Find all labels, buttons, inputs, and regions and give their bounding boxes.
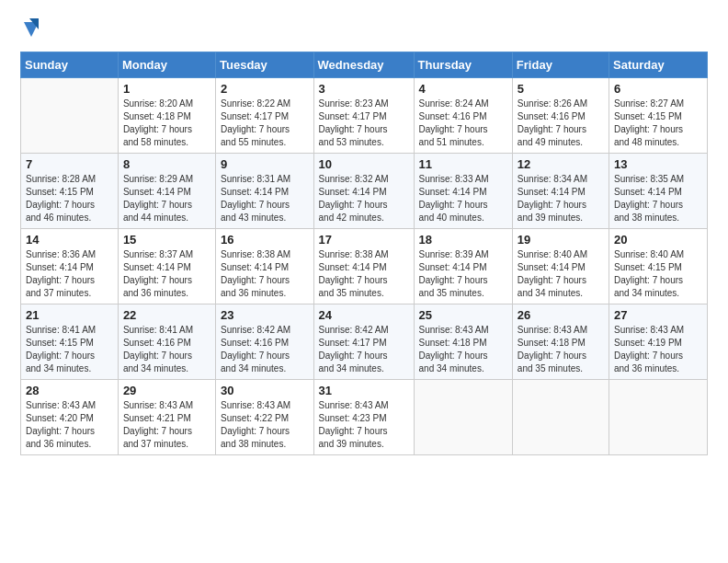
calendar-cell: 21Sunrise: 8:41 AM Sunset: 4:15 PM Dayli… (21, 304, 119, 380)
day-info: Sunrise: 8:26 AM Sunset: 4:16 PM Dayligh… (518, 98, 604, 149)
logo-icon (22, 17, 40, 42)
calendar-cell: 9Sunrise: 8:31 AM Sunset: 4:14 PM Daylig… (216, 154, 313, 229)
day-number: 3 (319, 82, 409, 96)
day-info: Sunrise: 8:35 AM Sunset: 4:14 PM Dayligh… (614, 173, 702, 224)
day-info: Sunrise: 8:43 AM Sunset: 4:19 PM Dayligh… (614, 324, 702, 375)
day-number: 17 (319, 233, 409, 247)
day-number: 14 (26, 233, 113, 247)
calendar-cell: 6Sunrise: 8:27 AM Sunset: 4:15 PM Daylig… (609, 78, 707, 154)
calendar-cell: 17Sunrise: 8:38 AM Sunset: 4:14 PM Dayli… (313, 229, 414, 304)
calendar-cell: 14Sunrise: 8:36 AM Sunset: 4:14 PM Dayli… (21, 229, 119, 304)
calendar-cell: 23Sunrise: 8:42 AM Sunset: 4:16 PM Dayli… (216, 304, 313, 380)
calendar-cell: 22Sunrise: 8:41 AM Sunset: 4:16 PM Dayli… (118, 304, 215, 380)
day-number: 25 (419, 308, 507, 322)
calendar-cell: 25Sunrise: 8:43 AM Sunset: 4:18 PM Dayli… (414, 304, 512, 380)
day-number: 31 (319, 384, 409, 397)
day-number: 4 (419, 82, 507, 96)
day-number: 18 (419, 233, 507, 247)
calendar-cell: 24Sunrise: 8:42 AM Sunset: 4:17 PM Dayli… (313, 304, 414, 380)
day-info: Sunrise: 8:41 AM Sunset: 4:16 PM Dayligh… (123, 324, 210, 375)
calendar-cell: 30Sunrise: 8:43 AM Sunset: 4:22 PM Dayli… (216, 380, 313, 455)
weekday-header-thursday: Thursday (414, 52, 512, 78)
day-info: Sunrise: 8:24 AM Sunset: 4:16 PM Dayligh… (419, 98, 507, 149)
day-info: Sunrise: 8:38 AM Sunset: 4:14 PM Dayligh… (319, 248, 409, 300)
day-info: Sunrise: 8:43 AM Sunset: 4:21 PM Dayligh… (123, 399, 210, 451)
day-number: 19 (518, 233, 604, 247)
day-info: Sunrise: 8:27 AM Sunset: 4:15 PM Dayligh… (614, 98, 702, 149)
day-number: 7 (26, 157, 113, 171)
day-number: 13 (614, 157, 702, 171)
weekday-header-tuesday: Tuesday (216, 52, 313, 78)
day-info: Sunrise: 8:43 AM Sunset: 4:22 PM Dayligh… (221, 399, 308, 451)
calendar-cell: 13Sunrise: 8:35 AM Sunset: 4:14 PM Dayli… (609, 154, 707, 229)
day-number: 28 (26, 384, 113, 397)
day-info: Sunrise: 8:34 AM Sunset: 4:14 PM Dayligh… (518, 173, 604, 224)
day-number: 20 (614, 233, 702, 247)
header (20, 17, 708, 42)
day-number: 15 (123, 233, 210, 247)
day-info: Sunrise: 8:43 AM Sunset: 4:18 PM Dayligh… (419, 324, 507, 375)
weekday-header-sunday: Sunday (21, 52, 119, 78)
day-number: 6 (614, 82, 702, 96)
day-info: Sunrise: 8:23 AM Sunset: 4:17 PM Dayligh… (319, 98, 409, 149)
calendar-cell: 11Sunrise: 8:33 AM Sunset: 4:14 PM Dayli… (414, 154, 512, 229)
calendar-cell (21, 78, 119, 154)
weekday-header-monday: Monday (118, 52, 215, 78)
day-number: 30 (221, 384, 308, 397)
day-info: Sunrise: 8:38 AM Sunset: 4:14 PM Dayligh… (221, 248, 308, 300)
day-info: Sunrise: 8:32 AM Sunset: 4:14 PM Dayligh… (319, 173, 409, 224)
day-info: Sunrise: 8:42 AM Sunset: 4:16 PM Dayligh… (221, 324, 308, 375)
calendar-week-4: 21Sunrise: 8:41 AM Sunset: 4:15 PM Dayli… (21, 304, 708, 380)
calendar-cell (512, 380, 609, 455)
day-number: 10 (319, 157, 409, 171)
calendar-week-1: 1Sunrise: 8:20 AM Sunset: 4:18 PM Daylig… (21, 78, 708, 154)
calendar-table: SundayMondayTuesdayWednesdayThursdayFrid… (20, 52, 708, 455)
calendar-cell: 28Sunrise: 8:43 AM Sunset: 4:20 PM Dayli… (21, 380, 119, 455)
day-number: 26 (518, 308, 604, 322)
day-number: 29 (123, 384, 210, 397)
day-number: 21 (26, 308, 113, 322)
day-number: 23 (221, 308, 308, 322)
weekday-header-wednesday: Wednesday (313, 52, 414, 78)
day-info: Sunrise: 8:31 AM Sunset: 4:14 PM Dayligh… (221, 173, 308, 224)
day-info: Sunrise: 8:22 AM Sunset: 4:17 PM Dayligh… (221, 98, 308, 149)
day-number: 24 (319, 308, 409, 322)
calendar-cell: 5Sunrise: 8:26 AM Sunset: 4:16 PM Daylig… (512, 78, 609, 154)
day-number: 11 (419, 157, 507, 171)
calendar-cell: 4Sunrise: 8:24 AM Sunset: 4:16 PM Daylig… (414, 78, 512, 154)
calendar-header-row: SundayMondayTuesdayWednesdayThursdayFrid… (21, 52, 708, 78)
day-number: 1 (123, 82, 210, 96)
day-number: 27 (614, 308, 702, 322)
day-info: Sunrise: 8:41 AM Sunset: 4:15 PM Dayligh… (26, 324, 113, 375)
weekday-header-friday: Friday (512, 52, 609, 78)
calendar-cell: 29Sunrise: 8:43 AM Sunset: 4:21 PM Dayli… (118, 380, 215, 455)
calendar-cell: 20Sunrise: 8:40 AM Sunset: 4:15 PM Dayli… (609, 229, 707, 304)
calendar-cell: 18Sunrise: 8:39 AM Sunset: 4:14 PM Dayli… (414, 229, 512, 304)
day-info: Sunrise: 8:33 AM Sunset: 4:14 PM Dayligh… (419, 173, 507, 224)
day-info: Sunrise: 8:36 AM Sunset: 4:14 PM Dayligh… (26, 248, 113, 300)
day-info: Sunrise: 8:40 AM Sunset: 4:15 PM Dayligh… (614, 248, 702, 300)
calendar-week-2: 7Sunrise: 8:28 AM Sunset: 4:15 PM Daylig… (21, 154, 708, 229)
calendar-week-3: 14Sunrise: 8:36 AM Sunset: 4:14 PM Dayli… (21, 229, 708, 304)
weekday-header-saturday: Saturday (609, 52, 707, 78)
day-info: Sunrise: 8:37 AM Sunset: 4:14 PM Dayligh… (123, 248, 210, 300)
day-number: 12 (518, 157, 604, 171)
page: SundayMondayTuesdayWednesdayThursdayFrid… (0, 0, 728, 563)
calendar-cell: 1Sunrise: 8:20 AM Sunset: 4:18 PM Daylig… (118, 78, 215, 154)
calendar-cell: 16Sunrise: 8:38 AM Sunset: 4:14 PM Dayli… (216, 229, 313, 304)
calendar-cell: 19Sunrise: 8:40 AM Sunset: 4:14 PM Dayli… (512, 229, 609, 304)
calendar-cell: 2Sunrise: 8:22 AM Sunset: 4:17 PM Daylig… (216, 78, 313, 154)
calendar-week-5: 28Sunrise: 8:43 AM Sunset: 4:20 PM Dayli… (21, 380, 708, 455)
day-number: 9 (221, 157, 308, 171)
calendar-cell: 10Sunrise: 8:32 AM Sunset: 4:14 PM Dayli… (313, 154, 414, 229)
calendar-cell: 31Sunrise: 8:43 AM Sunset: 4:23 PM Dayli… (313, 380, 414, 455)
day-info: Sunrise: 8:20 AM Sunset: 4:18 PM Dayligh… (123, 98, 210, 149)
day-info: Sunrise: 8:43 AM Sunset: 4:23 PM Dayligh… (319, 399, 409, 451)
day-number: 8 (123, 157, 210, 171)
day-info: Sunrise: 8:39 AM Sunset: 4:14 PM Dayligh… (419, 248, 507, 300)
calendar-cell: 7Sunrise: 8:28 AM Sunset: 4:15 PM Daylig… (21, 154, 119, 229)
day-number: 2 (221, 82, 308, 96)
day-info: Sunrise: 8:42 AM Sunset: 4:17 PM Dayligh… (319, 324, 409, 375)
calendar-cell (414, 380, 512, 455)
calendar-cell: 26Sunrise: 8:43 AM Sunset: 4:18 PM Dayli… (512, 304, 609, 380)
